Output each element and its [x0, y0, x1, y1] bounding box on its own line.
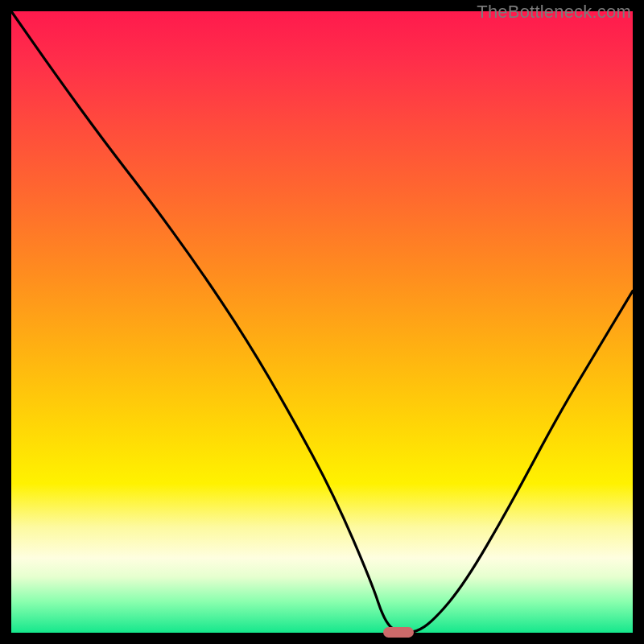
- optimal-marker: [383, 627, 414, 638]
- chart-frame: TheBottleneck.com: [0, 0, 644, 644]
- gradient-plot-area: [11, 11, 633, 633]
- watermark-text: TheBottleneck.com: [477, 2, 631, 23]
